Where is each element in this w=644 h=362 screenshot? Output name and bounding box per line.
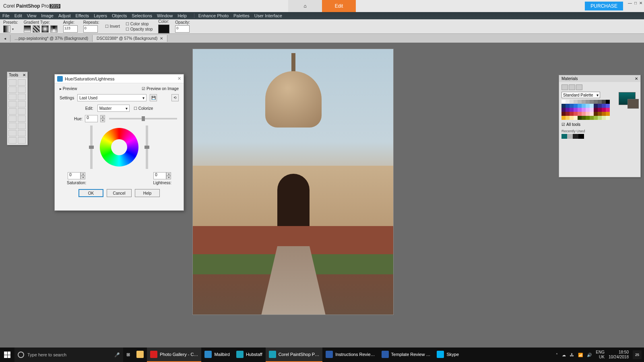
palette-color[interactable] (602, 100, 606, 104)
tool-slot[interactable] (8, 101, 17, 107)
palette-color[interactable] (566, 104, 570, 108)
palette-color[interactable] (598, 116, 602, 120)
help-button[interactable]: Help (135, 189, 160, 197)
palette-color[interactable] (590, 112, 594, 116)
grad-rect[interactable] (33, 25, 40, 33)
saturation-slider[interactable] (90, 125, 93, 169)
materials-close-icon[interactable]: ✕ (635, 76, 638, 81)
palette-color[interactable] (606, 104, 610, 108)
purchase-button[interactable]: PURCHASE (585, 2, 623, 10)
angle-input[interactable]: 123 (63, 25, 78, 33)
preview-toggle[interactable]: ▸ Preview (60, 86, 77, 91)
save-preset-button[interactable]: 💾 (150, 94, 157, 101)
menu-objects[interactable]: Objects (112, 13, 127, 18)
palette-color[interactable] (566, 112, 570, 116)
palette-color[interactable] (561, 100, 566, 104)
background-swatch[interactable] (627, 99, 639, 109)
palette-color[interactable] (598, 108, 602, 112)
close-tab-icon[interactable]: ✕ (160, 36, 163, 41)
tool-slot[interactable] (18, 86, 26, 93)
minimize-button[interactable]: — (628, 1, 632, 5)
palette-select[interactable]: Standard Palette▾ (561, 92, 600, 98)
mic-icon[interactable]: 🎤 (114, 352, 120, 358)
taskbar-app[interactable]: Hubstaff (233, 348, 266, 362)
palette-color[interactable] (574, 116, 578, 120)
recent-color[interactable] (567, 134, 573, 139)
tool-slot[interactable] (8, 130, 17, 136)
all-tools-checkbox[interactable]: ☑All tools (561, 122, 638, 127)
taskbar-app[interactable]: Corel PaintShop P… (266, 348, 323, 362)
palette-color[interactable] (594, 116, 598, 120)
notification-center[interactable]: 25 (633, 350, 642, 359)
menu-help[interactable]: Help (178, 13, 187, 18)
palette-color[interactable] (586, 108, 590, 112)
menu-palettes[interactable]: Palettes (233, 13, 250, 18)
color-stop-checkbox[interactable]: ☐Color stop (126, 22, 153, 26)
file-explorer-button[interactable] (133, 348, 147, 362)
materials-tab-1[interactable] (561, 84, 568, 90)
home-mode-button[interactable]: ⌂ (288, 0, 322, 12)
palette-color[interactable] (561, 104, 566, 108)
menu-selections[interactable]: Selections (132, 13, 152, 18)
menu-window[interactable]: Window (157, 13, 173, 18)
tool-slot[interactable] (8, 137, 17, 144)
materials-tab-2[interactable] (569, 84, 575, 90)
settings-select[interactable]: Last Used▾ (77, 94, 147, 101)
palette-color[interactable] (594, 112, 598, 116)
palette-color[interactable] (578, 116, 582, 120)
tool-slot[interactable] (18, 79, 26, 86)
edit-select[interactable]: Master▾ (97, 105, 130, 112)
close-button[interactable]: ✕ (639, 1, 642, 5)
palette-color[interactable] (574, 108, 578, 112)
ok-button[interactable]: OK (78, 189, 103, 197)
palette-color[interactable] (606, 116, 610, 120)
palette-color[interactable] (578, 100, 582, 104)
dialog-titlebar[interactable]: Hue/Saturation/Lightness ✕ (55, 74, 184, 83)
tray-onedrive-icon[interactable]: ☁ (562, 353, 566, 357)
menu-image[interactable]: Image (41, 13, 54, 18)
randomize-button[interactable]: ⟲ (171, 94, 179, 101)
taskbar-search[interactable]: Type here to search 🎤 (14, 348, 123, 362)
tool-slot[interactable] (8, 115, 17, 122)
tray-wifi-icon[interactable]: 📶 (578, 353, 583, 357)
task-view-button[interactable]: ⊞ (123, 348, 133, 362)
saturation-input[interactable]: 0 (68, 172, 80, 179)
preset-swatch[interactable] (3, 25, 10, 33)
maximize-button[interactable]: □ (634, 1, 637, 5)
menu-layers[interactable]: Layers (94, 13, 107, 18)
palette-color[interactable] (582, 112, 586, 116)
taskbar-app[interactable]: Skype (433, 348, 462, 362)
tab-prev[interactable]: ◂ (0, 35, 10, 42)
preview-on-image-checkbox[interactable]: ☑Preview on Image (142, 86, 179, 91)
document-tab-1[interactable]: …psp-sepiatoning* @ 37% (Background) (10, 35, 93, 42)
taskbar-app[interactable]: Mailbird (201, 348, 233, 362)
palette-color[interactable] (566, 108, 570, 112)
color-swatch[interactable] (158, 25, 169, 33)
palette-color[interactable] (598, 112, 602, 116)
tool-slot[interactable] (8, 123, 17, 129)
palette-color[interactable] (602, 112, 606, 116)
palette-color[interactable] (574, 100, 578, 104)
palette-color[interactable] (602, 108, 606, 112)
palette-color[interactable] (606, 112, 610, 116)
palette-color[interactable] (594, 108, 598, 112)
palette-color[interactable] (590, 104, 594, 108)
tool-slot[interactable] (18, 130, 26, 136)
palette-color[interactable] (590, 108, 594, 112)
palette-color[interactable] (594, 104, 598, 108)
invert-checkbox[interactable]: ☐Invert (105, 24, 120, 29)
palette-color[interactable] (570, 100, 574, 104)
taskbar-app[interactable]: Instructions Revie… (322, 348, 378, 362)
palette-color[interactable] (578, 112, 582, 116)
palette-color[interactable] (561, 108, 566, 112)
tray-chevron-icon[interactable]: ˄ (556, 353, 558, 357)
palette-color[interactable] (582, 108, 586, 112)
palette-color[interactable] (606, 100, 610, 104)
taskbar-app[interactable]: Photo Gallery - C… (147, 348, 201, 362)
palette-color[interactable] (582, 104, 586, 108)
tool-slot[interactable] (18, 115, 26, 122)
edit-mode-button[interactable]: Edit (322, 0, 356, 12)
grad-angular[interactable] (50, 25, 58, 33)
tool-slot[interactable] (18, 101, 26, 107)
tool-slot[interactable] (18, 94, 26, 100)
